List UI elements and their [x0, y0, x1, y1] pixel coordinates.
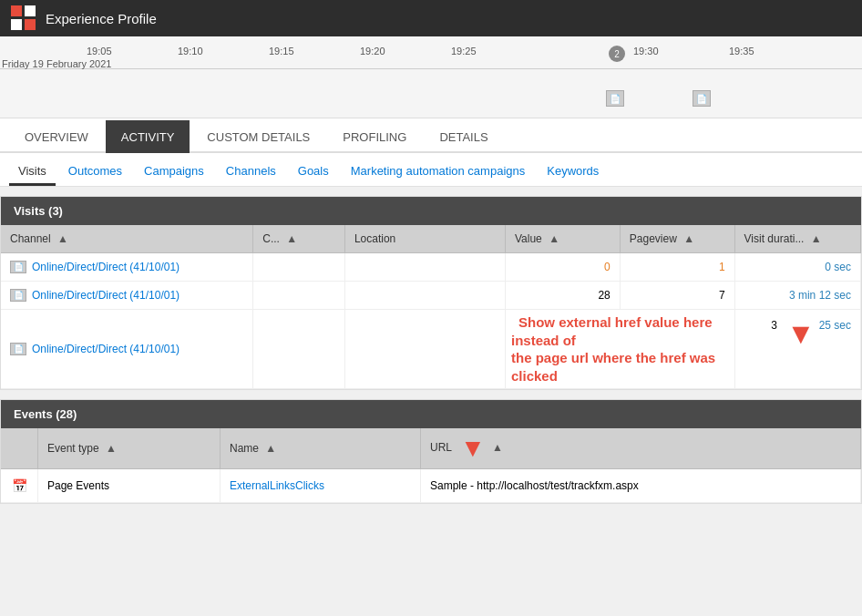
- tab-profiling[interactable]: PROFILING: [327, 120, 422, 153]
- timeline-tick-1935: 19:35: [729, 46, 754, 56]
- events-section: Events (28) Event type ▲ Name ▲ URL ▼ ▲: [0, 399, 862, 504]
- visit-row-1: 📄 Online/Direct/Direct (41/10/01) 0 1 0 …: [1, 253, 861, 282]
- visits-table: Channel ▲ C... ▲ Location Value ▲ Pagevi…: [1, 225, 861, 389]
- subtab-marketing[interactable]: Marketing automation campaigns: [342, 159, 535, 186]
- app-header: Experience Profile: [0, 0, 862, 36]
- c-sort-arrow: ▲: [286, 232, 297, 245]
- subtab-goals[interactable]: Goals: [289, 159, 338, 186]
- visit-row-2-c: [253, 282, 345, 310]
- logo-cell-4: [25, 19, 36, 30]
- logo-cell-2: [25, 5, 36, 16]
- duration-sort-arrow: ▲: [811, 232, 822, 245]
- visit-row-3-channel: 📄 Online/Direct/Direct (41/10/01): [1, 310, 253, 389]
- timeline-icon-2: 📄: [693, 90, 711, 107]
- visit-row-1-location: [344, 253, 505, 282]
- subtab-channels[interactable]: Channels: [217, 159, 285, 186]
- visits-table-header-row: Channel ▲ C... ▲ Location Value ▲ Pagevi…: [1, 225, 861, 253]
- timeline-icon-1: 📄: [606, 90, 624, 107]
- visit-row-1-c: [253, 253, 345, 282]
- event-row-1-icon: 📅: [1, 469, 38, 503]
- event-type-sort-arrow: ▲: [106, 442, 117, 455]
- logo-cell-3: [11, 19, 22, 30]
- timeline-badge: 2: [609, 46, 625, 62]
- page-events-icon: 📅: [10, 477, 28, 495]
- visit-row-2-value: 28: [505, 282, 620, 310]
- visit-row-3: 📄 Online/Direct/Direct (41/10/01) Show e…: [1, 310, 861, 389]
- timeline-tick-1905: 19:05: [87, 46, 112, 56]
- subtab-campaigns[interactable]: Campaigns: [135, 159, 213, 186]
- channel-sort-arrow: ▲: [57, 232, 68, 245]
- red-arrow-down: ▼: [786, 319, 816, 348]
- channel-icon-2: 📄: [10, 289, 26, 302]
- events-table-header-row: Event type ▲ Name ▲ URL ▼ ▲: [1, 428, 861, 469]
- timeline-date: Friday 19 February 2021: [2, 58, 111, 69]
- visit-row-1-channel: 📄 Online/Direct/Direct (41/10/01): [1, 253, 253, 282]
- events-table: Event type ▲ Name ▲ URL ▼ ▲ 📅 Page: [1, 428, 861, 503]
- visit-row-2: 📄 Online/Direct/Direct (41/10/01) 28 7 3…: [1, 282, 861, 310]
- th-pageview: Pageview ▲: [620, 225, 734, 253]
- visit-row-1-duration: 0 sec: [734, 253, 860, 282]
- visit-row-3-c: [253, 310, 345, 389]
- timeline-tick-1920: 19:20: [360, 46, 385, 56]
- subtab-visits[interactable]: Visits: [9, 159, 56, 186]
- event-row-1-url: Sample - http://localhost/test/trackfxm.…: [421, 469, 861, 503]
- app-title: Experience Profile: [46, 11, 157, 26]
- logo-cell-1: [11, 5, 22, 16]
- timeline-ruler: Friday 19 February 2021 19:05 19:10 19:1…: [0, 42, 862, 69]
- th-event-name: Name ▲: [221, 428, 421, 469]
- subtab-outcomes[interactable]: Outcomes: [59, 159, 131, 186]
- visit-row-1-pageview: 1: [620, 253, 734, 282]
- visits-section-header: Visits (3): [1, 197, 861, 225]
- event-url-sort-arrow: ▲: [492, 441, 503, 454]
- event-row-1-type: Page Events: [38, 469, 221, 503]
- visit-row-1-value: 0: [505, 253, 620, 282]
- visits-section: Visits (3) Channel ▲ C... ▲ Location Val…: [0, 196, 862, 390]
- th-value: Value ▲: [505, 225, 620, 253]
- events-section-header: Events (28): [1, 400, 861, 428]
- channel-icon-3: 📄: [10, 343, 26, 355]
- th-c: C... ▲: [253, 225, 345, 253]
- th-event-icon: [1, 428, 38, 469]
- timeline-tick-1925: 19:25: [451, 46, 477, 56]
- app-logo: [11, 5, 36, 31]
- event-row-1-name: ExternalLinksClicks: [221, 469, 421, 503]
- tab-overview[interactable]: OVERVIEW: [9, 120, 104, 153]
- th-event-type: Event type ▲: [38, 428, 221, 469]
- annotation-text: Show external href value here instead of…: [511, 311, 715, 387]
- th-event-url: URL ▼ ▲: [421, 428, 861, 469]
- visit-row-2-location: [344, 282, 505, 310]
- visit-row-2-duration: 3 min 12 sec: [734, 282, 860, 310]
- timeline-badge-container: 2: [609, 46, 625, 62]
- subtabs-bar: Visits Outcomes Campaigns Channels Goals…: [0, 153, 862, 187]
- timeline-tick-1915: 19:15: [269, 46, 294, 56]
- event-row-1: 📅 Page Events ExternalLinksClicks Sample…: [1, 469, 861, 503]
- url-down-arrow-icon: ▼: [460, 436, 486, 461]
- th-duration: Visit durati... ▲: [734, 225, 860, 253]
- tab-details[interactable]: DETAILS: [424, 120, 503, 153]
- main-tabs: OVERVIEW ACTIVITY CUSTOM DETAILS PROFILI…: [0, 118, 862, 153]
- visit-row-2-pageview: 7: [620, 282, 734, 310]
- timeline-tick-1930: 19:30: [633, 46, 659, 56]
- timeline-tick-1910: 19:10: [178, 46, 203, 56]
- event-name-sort-arrow: ▲: [265, 442, 276, 455]
- timeline-icons: 📄 📄: [606, 90, 711, 107]
- visit-row-3-duration: 3 ▼ 25 sec: [734, 310, 860, 389]
- subtab-keywords[interactable]: Keywords: [538, 159, 608, 186]
- timeline-area: Friday 19 February 2021 19:05 19:10 19:1…: [0, 36, 862, 118]
- visit-row-2-channel: 📄 Online/Direct/Direct (41/10/01): [1, 282, 253, 310]
- value-sort-arrow: ▲: [549, 232, 559, 245]
- pageview-sort-arrow: ▲: [683, 232, 694, 245]
- th-location: Location: [344, 225, 505, 253]
- channel-icon-1: 📄: [10, 261, 26, 273]
- visit-row-3-location: [344, 310, 505, 389]
- th-channel: Channel ▲: [1, 225, 253, 253]
- tab-custom-details[interactable]: CUSTOM DETAILS: [191, 120, 325, 153]
- visit-row-3-annotation: Show external href value here instead of…: [505, 310, 734, 389]
- tab-activity[interactable]: ACTIVITY: [106, 120, 190, 153]
